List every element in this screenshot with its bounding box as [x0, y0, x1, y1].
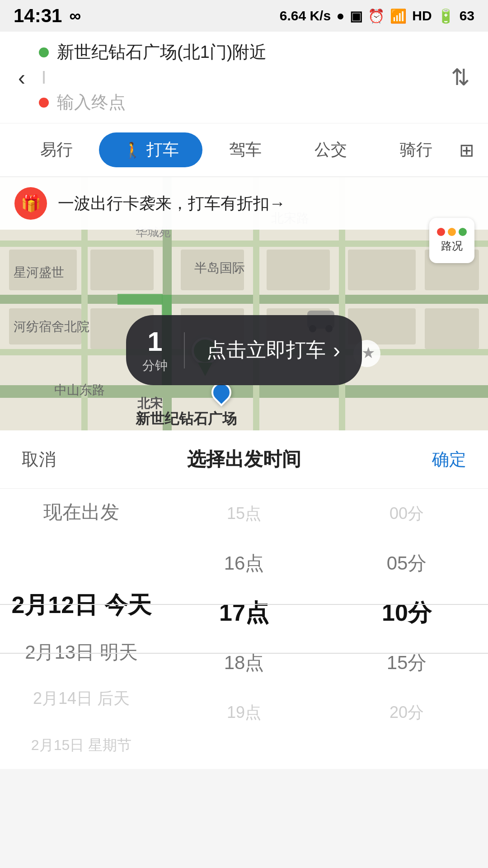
status-network-icon: ●	[336, 8, 344, 24]
route-line	[43, 71, 45, 84]
back-button[interactable]: ‹	[14, 65, 30, 90]
taxi-wait-time: 1 分钟	[126, 315, 184, 385]
hour-item-4[interactable]: 19点	[163, 688, 325, 737]
minute-column[interactable]: 00分 05分 10分 15分 20分	[325, 489, 488, 769]
date-column[interactable]: 现在出发 2月12日 今天 2月13日 明天 2月14日 后天 2月15日 星期…	[0, 489, 163, 769]
road-dots	[437, 228, 467, 236]
hour-item-1[interactable]: 16点	[163, 538, 325, 588]
swap-button[interactable]: ⇅	[446, 60, 474, 95]
nav-bar: ‹ 新世纪钻石广场(北1门)附近 输入终点 ⇅	[0, 32, 488, 123]
origin-text[interactable]: 新世纪钻石广场(北1门)附近	[57, 41, 267, 64]
date-item-4[interactable]: 2月15日 星期节	[0, 722, 163, 769]
picker-panel: 取消 选择出发时间 确定 现在出发 2月12日 今天 2月13日 明天 2月14…	[0, 430, 488, 769]
svg-rect-17	[348, 250, 416, 290]
destination-dot	[39, 98, 49, 108]
tab-qixing[interactable]: 骑行	[374, 132, 459, 167]
promo-banner[interactable]: 🎁 一波出行卡袭来，打车有折扣→	[0, 177, 488, 230]
status-clock-icon: ⏰	[368, 8, 385, 24]
taxi-bubble[interactable]: 1 分钟 点击立即打车 ›	[126, 315, 362, 385]
destination-row: 输入终点	[39, 91, 437, 114]
current-location-pin	[211, 382, 231, 402]
dache-icon: 🚶	[123, 141, 142, 159]
status-battery-level: 63	[460, 8, 474, 24]
origin-dot	[39, 47, 49, 57]
status-battery-icon: 🔋	[437, 8, 454, 24]
status-hd-icon: HD	[412, 8, 432, 24]
date-item-0[interactable]: 现在出发	[0, 489, 163, 535]
picker-header: 取消 选择出发时间 确定	[0, 430, 488, 489]
minute-item-3[interactable]: 15分	[325, 638, 488, 688]
svg-text:中山东路: 中山东路	[54, 383, 105, 397]
tab-gongjiao[interactable]: 公交	[288, 132, 374, 167]
hour-item-selected[interactable]: 17点	[163, 588, 325, 638]
route-inputs: 新世纪钻石广场(北1门)附近 输入终点	[39, 41, 437, 114]
taxi-action-button[interactable]: 点击立即打车 ›	[185, 326, 362, 374]
promo-text: 一波出行卡袭来，打车有折扣→	[58, 193, 286, 215]
svg-text:★: ★	[361, 344, 375, 361]
svg-text:北宋: 北宋	[137, 396, 163, 410]
tab-yixing[interactable]: 易行	[14, 132, 99, 167]
date-item-2[interactable]: 2月13日 明天	[0, 629, 163, 675]
map-area: 星河盛世 河纺宿舍北院 半岛国际 北宋路 中山东路 华城苑 北宋 ★ 新世纪钻石…	[0, 177, 488, 430]
picker-cancel-button[interactable]: 取消	[22, 448, 56, 471]
tab-dache[interactable]: 🚶 打车	[99, 132, 202, 167]
more-tabs-button[interactable]: ⊞	[459, 140, 474, 160]
svg-text:半岛国际: 半岛国际	[194, 261, 245, 275]
svg-rect-15	[267, 250, 330, 290]
minute-item-1[interactable]: 05分	[325, 538, 488, 588]
date-item-selected[interactable]: 2月12日 今天	[0, 582, 163, 629]
status-signal-icon: 📶	[390, 8, 407, 24]
minute-item-4[interactable]: 20分	[325, 688, 488, 737]
status-sim-icon: ▣	[350, 8, 362, 24]
svg-text:星河盛世: 星河盛世	[14, 265, 64, 279]
promo-icon: 🎁	[14, 187, 47, 220]
picker-title: 选择出发时间	[187, 447, 301, 472]
svg-text:河纺宿舍北院: 河纺宿舍北院	[14, 320, 89, 334]
date-item-3[interactable]: 2月14日 后天	[0, 675, 163, 722]
destination-input[interactable]: 输入终点	[57, 91, 126, 114]
svg-rect-20	[425, 308, 479, 349]
svg-rect-1	[0, 241, 488, 247]
minute-item-selected[interactable]: 10分	[325, 588, 488, 638]
svg-rect-2	[0, 295, 488, 304]
road-condition-button[interactable]: 路况	[429, 218, 474, 263]
hour-column[interactable]: 15点 16点 17点 18点 19点	[163, 489, 325, 769]
origin-row: 新世纪钻石广场(北1门)附近	[39, 41, 437, 64]
status-time: 14:31	[14, 5, 62, 27]
status-bar: 14:31 ∞ 6.64 K/s ● ▣ ⏰ 📶 HD 🔋 63	[0, 0, 488, 32]
svg-rect-11	[90, 250, 154, 290]
status-infinity: ∞	[69, 6, 81, 25]
hour-item-3[interactable]: 18点	[163, 638, 325, 688]
hour-item-0[interactable]: 15点	[163, 489, 325, 538]
tab-jiache[interactable]: 驾车	[202, 132, 288, 167]
svg-rect-28	[117, 294, 163, 305]
picker-columns: 现在出发 2月12日 今天 2月13日 明天 2月14日 后天 2月15日 星期…	[0, 489, 488, 769]
svg-text:新世纪钻石广场: 新世纪钻石广场	[136, 410, 237, 427]
status-speed: 6.64 K/s	[280, 8, 331, 24]
date-item-near2[interactable]	[0, 535, 163, 582]
taxi-arrow-icon: ›	[333, 338, 340, 363]
minute-item-0[interactable]: 00分	[325, 489, 488, 538]
road-label: 路况	[441, 239, 463, 253]
tab-bar: 易行 🚶 打车 驾车 公交 骑行 ⊞	[0, 123, 488, 177]
picker-confirm-button[interactable]: 确定	[432, 448, 466, 471]
